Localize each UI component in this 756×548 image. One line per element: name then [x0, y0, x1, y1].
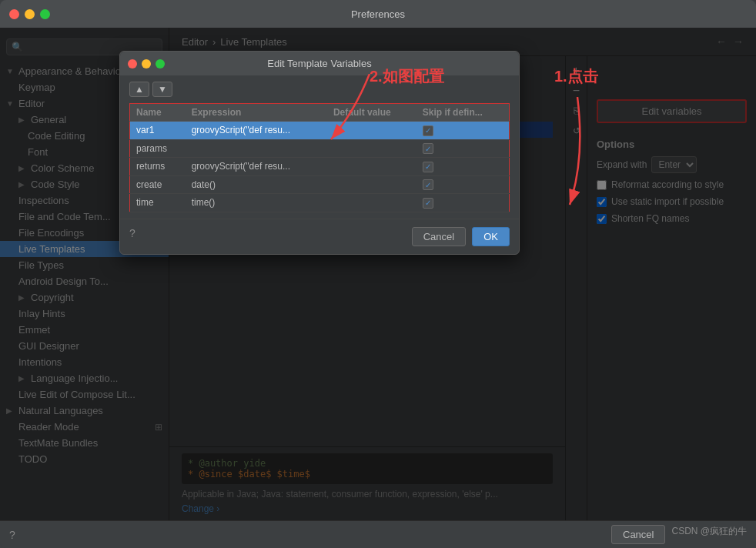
titlebar: Preferences	[0, 0, 756, 28]
annotation-click: 1.点击	[554, 66, 598, 87]
cell-name: params	[130, 139, 186, 158]
cell-skip: ✓	[416, 122, 510, 140]
modal-titlebar: Edit Template Variables	[120, 52, 519, 75]
cell-skip: ✓	[416, 194, 510, 212]
skip-checkbox[interactable]: ✓	[423, 162, 433, 172]
help-icon[interactable]: ?	[9, 529, 15, 541]
cell-default	[327, 175, 416, 194]
table-row[interactable]: params ✓	[130, 139, 510, 158]
cell-default	[327, 194, 416, 212]
modal-window-controls	[128, 59, 165, 68]
cell-expression: date()	[186, 175, 327, 194]
cell-expression: groovyScript("def resu...	[186, 158, 327, 176]
cancel-button[interactable]: Cancel	[611, 525, 665, 544]
annotation-arrow-2	[531, 97, 624, 220]
cell-skip: ✓	[416, 158, 510, 176]
table-row[interactable]: time time() ✓	[130, 194, 510, 212]
move-down-button[interactable]: ▼	[152, 82, 172, 97]
minimize-button[interactable]	[25, 9, 35, 19]
table-row[interactable]: var1 groovyScript("def resu... ✓	[130, 122, 510, 140]
window-title: Preferences	[351, 8, 405, 20]
close-button[interactable]	[9, 9, 19, 19]
table-row[interactable]: create date() ✓	[130, 175, 510, 194]
cell-name: var1	[130, 122, 186, 140]
cell-default	[327, 122, 416, 140]
cell-expression	[186, 139, 327, 158]
col-name: Name	[130, 104, 186, 122]
maximize-button[interactable]	[40, 9, 50, 19]
modal-cancel-button[interactable]: Cancel	[412, 227, 466, 246]
col-skip: Skip if defin...	[416, 104, 510, 122]
modal-body: ▲ ▼ Name Expression Default value Skip i…	[120, 75, 519, 219]
skip-checkbox[interactable]: ✓	[423, 198, 433, 209]
cell-default	[327, 158, 416, 176]
footer-buttons: Cancel CSDN @疯狂的牛	[611, 525, 747, 544]
cell-name: returns	[130, 158, 186, 176]
modal-ok-button[interactable]: OK	[472, 227, 510, 246]
preferences-window: Preferences ▼ Appearance & Behavior Keym…	[0, 0, 756, 548]
modal-overlay: Edit Template Variables ▲ ▼ Name Express…	[0, 28, 756, 520]
annotation-configure: 2.如图配置	[370, 66, 444, 87]
variables-table: Name Expression Default value Skip if de…	[129, 103, 510, 212]
modal-help-icon[interactable]: ?	[129, 227, 135, 246]
cell-name: create	[130, 175, 186, 194]
modal-maximize-button[interactable]	[156, 59, 165, 68]
cell-expression: groovyScript("def resu...	[186, 122, 327, 140]
move-up-button[interactable]: ▲	[129, 82, 149, 97]
cell-skip: ✓	[416, 139, 510, 158]
skip-checkbox[interactable]: ✓	[423, 125, 433, 136]
modal-title: Edit Template Variables	[129, 58, 510, 69]
table-row[interactable]: returns groovyScript("def resu... ✓	[130, 158, 510, 176]
window-controls	[9, 9, 50, 19]
modal-close-button[interactable]	[128, 59, 137, 68]
skip-checkbox[interactable]: ✓	[423, 179, 433, 190]
cell-expression: time()	[186, 194, 327, 212]
cell-default	[327, 139, 416, 158]
col-expression: Expression	[186, 104, 327, 122]
cell-name: time	[130, 194, 186, 212]
footer: ? Cancel CSDN @疯狂的牛	[0, 520, 756, 548]
modal-minimize-button[interactable]	[142, 59, 151, 68]
skip-checkbox[interactable]: ✓	[423, 143, 433, 154]
col-default-value: Default value	[327, 104, 416, 122]
modal-footer: ? Cancel OK	[120, 219, 519, 254]
modal-nav: ▲ ▼	[129, 82, 510, 97]
edit-template-variables-dialog: Edit Template Variables ▲ ▼ Name Express…	[119, 51, 520, 255]
cell-skip: ✓	[416, 175, 510, 194]
credit-text: CSDN @疯狂的牛	[671, 525, 747, 544]
